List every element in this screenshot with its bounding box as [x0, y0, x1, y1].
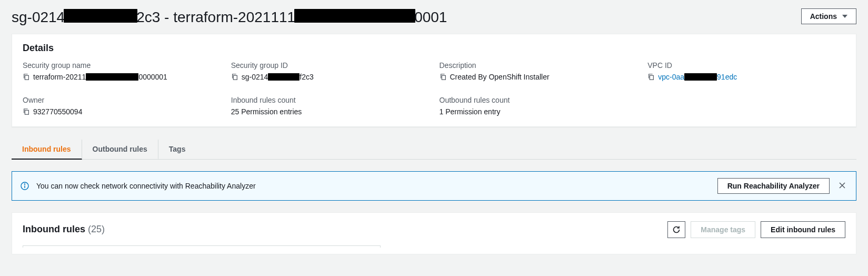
field-label: Owner [23, 96, 221, 104]
close-icon [839, 182, 846, 189]
redacted-block [268, 73, 300, 81]
field-sg-id: Security group ID sg-0214f2c3 [231, 61, 429, 81]
field-label: Security group ID [231, 61, 429, 70]
copy-icon[interactable] [23, 73, 30, 81]
run-reachability-button[interactable]: Run Reachability Analyzer [717, 178, 830, 194]
copy-icon[interactable] [23, 108, 30, 115]
copy-icon[interactable] [231, 73, 238, 81]
tab-outbound-rules[interactable]: Outbound rules [82, 140, 158, 160]
copy-icon[interactable] [647, 73, 655, 81]
title-post: 0001 [414, 9, 447, 25]
field-vpc-id: VPC ID vpc-0aa91edc [647, 61, 845, 81]
banner-text: You can now check network connectivity w… [36, 182, 710, 190]
field-description: Description Created By OpenShift Install… [440, 61, 637, 81]
svg-rect-2 [442, 75, 445, 80]
field-value: 932770550094 [23, 107, 221, 116]
title-mid: 2c3 - terraform-2021111 [136, 9, 295, 25]
field-empty [647, 96, 845, 116]
svg-rect-3 [650, 75, 654, 80]
actions-label: Actions [810, 12, 837, 21]
refresh-button[interactable] [667, 221, 685, 238]
rules-title: Inbound rules (25) [23, 224, 105, 235]
manage-tags-button[interactable]: Manage tags [691, 221, 755, 238]
page-header: sg-02142c3 - terraform-20211110001 Actio… [12, 8, 856, 26]
field-owner: Owner 932770550094 [23, 96, 221, 116]
rules-actions: Manage tags Edit inbound rules [667, 221, 845, 238]
copy-icon[interactable] [440, 73, 447, 81]
page-title: sg-02142c3 - terraform-20211110001 [12, 8, 447, 26]
field-value: Created By OpenShift Installer [440, 73, 637, 81]
rules-count: (25) [88, 224, 105, 234]
field-label: Description [440, 61, 637, 70]
field-value: 1 Permission entry [440, 107, 637, 116]
reachability-banner: You can now check network connectivity w… [12, 171, 856, 201]
field-outbound-count: Outbound rules count 1 Permission entry [440, 96, 637, 116]
redacted-block [86, 73, 138, 81]
details-panel: Details Security group name terraform-20… [12, 34, 856, 127]
tabs: Inbound rules Outbound rules Tags [12, 140, 856, 160]
edit-inbound-rules-button[interactable]: Edit inbound rules [761, 221, 845, 238]
redacted-block [64, 9, 137, 23]
redacted-block [684, 73, 717, 81]
close-banner-button[interactable] [837, 181, 847, 191]
rules-header: Inbound rules (25) Manage tags Edit inbo… [23, 221, 845, 238]
field-inbound-count: Inbound rules count 25 Permission entrie… [231, 96, 429, 116]
svg-rect-0 [25, 75, 28, 80]
field-value[interactable]: vpc-0aa91edc [647, 73, 845, 81]
field-value: sg-0214f2c3 [231, 73, 429, 81]
chevron-down-icon [842, 15, 847, 18]
actions-button[interactable]: Actions [801, 8, 856, 24]
field-value: 25 Permission entries [231, 107, 429, 116]
svg-rect-4 [25, 110, 28, 114]
svg-point-7 [24, 183, 25, 184]
redacted-block [294, 9, 415, 23]
tab-inbound-rules[interactable]: Inbound rules [12, 140, 82, 160]
field-value: terraform-202110000001 [23, 73, 221, 81]
tab-tags[interactable]: Tags [158, 140, 196, 160]
inbound-rules-panel: Inbound rules (25) Manage tags Edit inbo… [12, 212, 856, 254]
field-label: Inbound rules count [231, 96, 429, 104]
search-input[interactable] [23, 245, 381, 248]
details-grid: Security group name terraform-2021100000… [12, 58, 856, 126]
title-pre: sg-0214 [12, 9, 65, 25]
info-icon [21, 182, 29, 190]
field-label: VPC ID [647, 61, 845, 70]
details-header: Details [12, 34, 856, 58]
refresh-icon [672, 225, 681, 234]
field-label: Security group name [23, 61, 221, 70]
svg-rect-1 [233, 75, 237, 80]
field-sg-name: Security group name terraform-2021100000… [23, 61, 221, 81]
field-label: Outbound rules count [440, 96, 637, 104]
